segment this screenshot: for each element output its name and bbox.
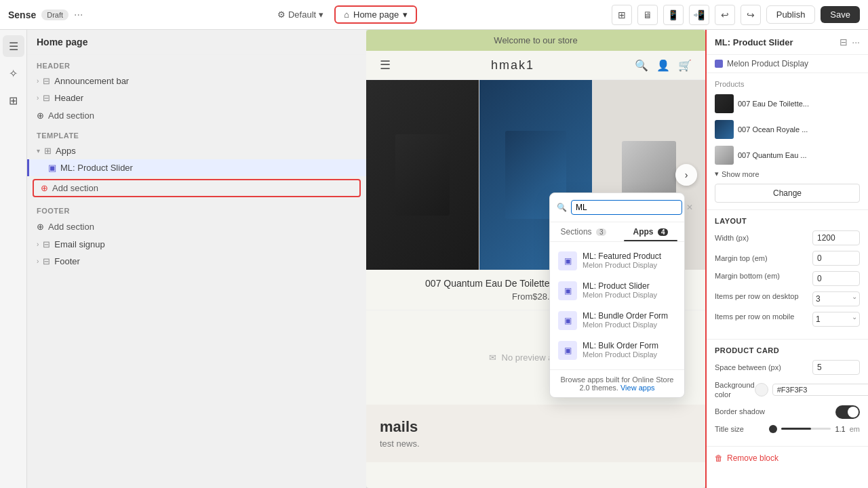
item-sub: Melon Product Display — [583, 321, 668, 329]
search-input[interactable] — [571, 200, 682, 215]
right-panel-icons: ⊟ ··· — [840, 37, 860, 47]
add-section-popup: 🔍 ✕ Sections 3 Apps 4 ▣ ML: Featured — [549, 192, 685, 398]
margin-top-input[interactable] — [812, 251, 860, 266]
slider-handle[interactable] — [769, 425, 777, 433]
plus-icon: ⊕ — [37, 110, 44, 121]
undo-button[interactable]: ↩ — [715, 5, 735, 25]
bg-color-row: Background color ▤ — [715, 380, 860, 400]
item-text: ML: Product Slider Melon Product Display — [583, 281, 657, 299]
footer-add-section-button[interactable]: ⊕ Add section — [27, 218, 366, 236]
space-between-input[interactable] — [812, 360, 860, 375]
nav-icons: 🔍 👤 🛒 — [635, 59, 692, 72]
chevron-down-icon: ▾ — [403, 9, 408, 20]
title-size-value: 1.1 — [835, 425, 845, 433]
header-group: Header › ⊟ Announcement bar › ⊟ Header ⊕… — [27, 55, 366, 125]
tablet-icon-button[interactable]: 📱 — [663, 5, 684, 25]
section-icon: ⊟ — [43, 239, 50, 249]
sidebar-item-footer[interactable]: › ⊟ Footer — [27, 253, 366, 270]
margin-bottom-label: Margin bottom (em) — [715, 271, 810, 281]
item-sub: Melon Product Display — [583, 350, 658, 359]
product-card-title: PRODUCT CARD — [715, 346, 860, 354]
layout-icon[interactable]: ⊟ — [840, 37, 848, 47]
items-desktop-select[interactable]: 324 — [812, 291, 860, 306]
topbar: Sense Draft ··· ⚙ Default ▾ ⌂ Home page … — [0, 0, 868, 30]
items-desktop-field-row: Items per row on desktop 324 — [715, 291, 860, 306]
slider-track[interactable] — [781, 428, 831, 430]
header-add-section-button[interactable]: ⊕ Add section — [27, 106, 366, 125]
items-mobile-select[interactable]: 12 — [812, 312, 860, 327]
default-selector[interactable]: ⚙ Default ▾ — [277, 9, 323, 20]
sidebar-icon-apps[interactable]: ⊞ — [3, 89, 24, 111]
item-text: ML: Bundle Order Form Melon Product Disp… — [583, 311, 668, 329]
product-img-3 — [715, 146, 734, 165]
list-item[interactable]: ▣ ML: Product Slider Melon Product Displ… — [550, 276, 684, 306]
item-title: ML: Bundle Order Form — [583, 311, 668, 321]
apps-count-badge: 4 — [658, 228, 669, 236]
popup-search-bar: 🔍 ✕ — [550, 193, 684, 222]
color-swatch[interactable] — [755, 383, 768, 396]
items-mobile-field-row: Items per row on mobile 12 — [715, 312, 860, 327]
view-apps-link[interactable]: View apps — [620, 384, 655, 392]
store-nav: ☰ hmak1 🔍 👤 🛒 — [366, 51, 705, 80]
more-icon[interactable]: ··· — [852, 37, 860, 47]
redo-button[interactable]: ↪ — [741, 5, 761, 25]
width-label: Width (px) — [715, 233, 812, 243]
sidebar-item-apps[interactable]: ▾ ⊞ Apps — [27, 142, 366, 159]
tab-apps[interactable]: Apps 4 — [617, 222, 684, 241]
template-group: Template ▾ ⊞ Apps ▣ ML: Product Slider ⊕… — [27, 125, 366, 197]
sections-count-badge: 3 — [596, 228, 607, 236]
chevron-right-icon: › — [37, 258, 39, 265]
change-button[interactable]: Change — [715, 184, 860, 203]
template-add-section-button[interactable]: ⊕ Add section — [33, 179, 361, 197]
main-area: ☰ ✧ ⊞ Home page Header › ⊟ Announcement … — [0, 30, 868, 488]
sidebar-icon-sections[interactable]: ☰ — [3, 35, 24, 57]
items-mobile-label: Items per row on mobile — [715, 312, 810, 321]
list-item[interactable]: ▣ ML: Bundle Order Form Melon Product Di… — [550, 306, 684, 336]
desktop-icon-button[interactable]: 🖥 — [637, 5, 658, 25]
products-label: Products — [715, 80, 860, 88]
list-item[interactable]: ▣ ML: Bulk Order Form Melon Product Disp… — [550, 336, 684, 365]
layout-section: LAYOUT Width (px) Margin top (em) Margin… — [707, 210, 868, 340]
sidebar-icons: ☰ ✧ ⊞ — [0, 30, 27, 488]
chevron-down-icon: ▾ — [715, 169, 719, 178]
product-card-section: PRODUCT CARD Space between (px) Backgrou… — [707, 340, 868, 447]
next-arrow-button[interactable]: › — [675, 164, 697, 186]
mobile-icon-button[interactable]: 📲 — [689, 5, 709, 25]
width-input[interactable] — [812, 230, 860, 245]
subtitle-text: Melon Product Display — [727, 59, 808, 68]
border-shadow-toggle[interactable] — [835, 405, 860, 419]
store-banner: Welcome to our store — [366, 30, 705, 51]
home-page-selector[interactable]: ⌂ Home page ▾ — [334, 5, 417, 24]
section-icon: ⊟ — [43, 93, 50, 103]
settings-icon: ⚙ — [277, 9, 285, 20]
margin-bottom-input[interactable] — [812, 271, 860, 286]
item-title: ML: Featured Product — [583, 251, 661, 261]
default-label: Default — [288, 9, 316, 20]
cart-icon: 🛒 — [678, 59, 692, 72]
plus-icon: ⊕ — [41, 183, 48, 193]
space-between-row: Space between (px) — [715, 360, 860, 375]
topbar-center: ⚙ Default ▾ ⌂ Home page ▾ — [88, 5, 606, 24]
tab-sections[interactable]: Sections 3 — [550, 222, 617, 241]
list-item[interactable]: ▣ ML: Featured Product Melon Product Dis… — [550, 246, 684, 276]
item-sub: Melon Product Display — [583, 291, 657, 299]
publish-button[interactable]: Publish — [766, 5, 816, 24]
clear-icon[interactable]: ✕ — [686, 203, 693, 212]
sidebar-item-announcement-bar[interactable]: › ⊟ Announcement bar — [27, 73, 366, 89]
section-icon: ⊟ — [43, 256, 50, 266]
margin-top-label: Margin top (em) — [715, 253, 812, 263]
border-shadow-label: Border shadow — [715, 407, 835, 416]
title-size-label: Title size — [715, 424, 765, 434]
sidebar-item-email-signup[interactable]: › ⊟ Email signup — [27, 236, 366, 253]
color-input[interactable] — [772, 384, 868, 396]
items-desktop-select-wrapper: 324 — [812, 291, 860, 306]
sidebar-item-header[interactable]: › ⊟ Header — [27, 89, 366, 106]
layout-icon-button[interactable]: ⊞ — [612, 5, 632, 25]
more-button[interactable]: ··· — [74, 9, 83, 21]
sidebar-item-product-slider[interactable]: ▣ ML: Product Slider — [27, 159, 366, 176]
save-button[interactable]: Save — [821, 6, 860, 23]
sidebar-icon-theme[interactable]: ✧ — [3, 62, 24, 84]
right-panel-header: ML: Product Slider ⊟ ··· — [707, 30, 868, 55]
remove-block-button[interactable]: 🗑 Remove block — [707, 447, 868, 470]
show-more-button[interactable]: ▾ Show more — [715, 167, 860, 178]
